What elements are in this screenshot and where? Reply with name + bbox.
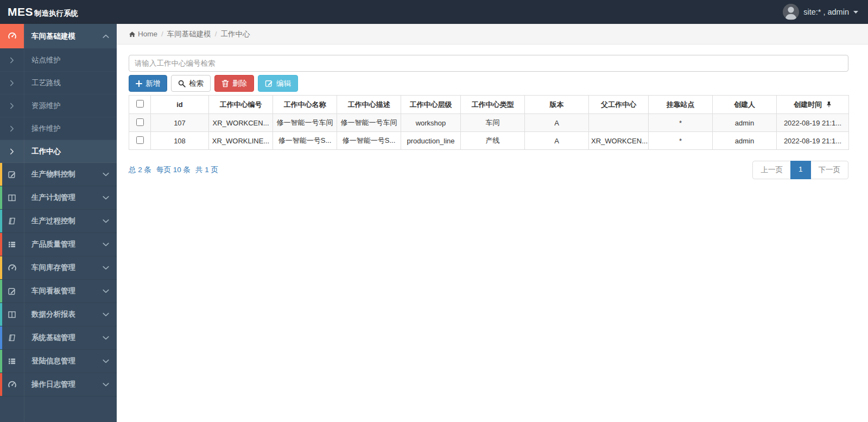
column-header-work-center-level: 工作中心层级 [401, 96, 461, 114]
pagination-summary: 总 2 条 每页 10 条 共 1 页 [129, 165, 218, 175]
column-header-work-center-desc: 工作中心描述 [337, 96, 401, 114]
table-header-row: id 工作中心编号 工作中心名称 工作中心描述 工作中心层级 工作中心类型 版本… [129, 96, 849, 114]
search-button[interactable]: 检索 [171, 75, 211, 92]
add-button[interactable]: 新增 [129, 75, 167, 92]
sidebar-item-workshop-basic-modeling[interactable]: 车间基础建模 [0, 24, 117, 49]
columns-icon [0, 193, 24, 202]
accent-strip [0, 233, 2, 256]
sidebar-item-label: 数据分析报表 [24, 310, 103, 319]
angle-right-icon [0, 148, 24, 155]
select-all-checkbox[interactable] [136, 100, 144, 108]
cell-name: 修一智能一号车间 [273, 114, 337, 132]
prev-page-button[interactable]: 上一页 [752, 161, 791, 179]
sidebar-item-product-quality-management[interactable]: 产品质量管理 [0, 233, 117, 256]
add-button-label: 新增 [145, 79, 160, 89]
edit-button[interactable]: 编辑 [258, 75, 298, 92]
search-button-label: 检索 [189, 79, 204, 89]
pagination: 上一页 1 下一页 [752, 161, 848, 179]
chevron-up-icon [103, 34, 109, 39]
breadcrumb-separator: / [161, 30, 163, 38]
sidebar-subitem-operation-maintenance[interactable]: 操作维护 [0, 117, 117, 140]
sidebar-item-production-material-control[interactable]: 生产物料控制 [0, 163, 117, 186]
cell-site: * [649, 132, 713, 150]
main-content: Home / 车间基础建模 / 工作中心 新增 检索 删除 编辑 [117, 24, 868, 422]
sidebar-subitem-work-center[interactable]: 工作中心 [0, 140, 117, 163]
work-center-table: id 工作中心编号 工作中心名称 工作中心描述 工作中心层级 工作中心类型 版本… [129, 95, 849, 150]
per-page-count: 每页 10 条 [156, 165, 191, 175]
sidebar-item-system-basic-management[interactable]: 系统基础管理 [0, 326, 117, 350]
accent-strip [0, 303, 2, 326]
gauge-icon [0, 380, 24, 389]
table-row[interactable]: 107 XR_WORKCEN... 修一智能一号车间 修一智能一号车间 work… [129, 114, 849, 132]
sidebar-item-label: 车间基础建模 [24, 32, 103, 41]
cell-level: workshop [401, 114, 461, 132]
accent-strip [0, 256, 2, 279]
sidebar-item-operation-log-management[interactable]: 操作日志管理 [0, 373, 117, 396]
accent-strip [0, 373, 2, 396]
sidebar-subitem-label: 站点维护 [24, 55, 61, 65]
row-checkbox[interactable] [136, 118, 144, 126]
sidebar-subitem-process-route[interactable]: 工艺路线 [0, 72, 117, 95]
sidebar-item-workshop-inventory-management[interactable]: 车间库存管理 [0, 256, 117, 280]
column-header-work-center-type: 工作中心类型 [461, 96, 525, 114]
sidebar-subitem-label: 工作中心 [24, 147, 61, 156]
sidebar-subitem-site-maintenance[interactable]: 站点维护 [0, 49, 117, 72]
sidebar-subitem-resource-maintenance[interactable]: 资源维护 [0, 95, 117, 117]
breadcrumb-home[interactable]: Home [138, 30, 157, 38]
cell-id: 107 [151, 114, 209, 132]
page-count: 共 1 页 [195, 165, 218, 175]
angle-right-icon [0, 80, 24, 86]
user-menu[interactable]: site:* , admin [783, 4, 858, 20]
next-page-button[interactable]: 下一页 [810, 161, 849, 179]
accent-strip [0, 326, 2, 349]
cell-create-time: 2022-08-19 21:1... [777, 114, 849, 132]
logo-sub: 制造执行系统 [34, 9, 78, 18]
sidebar-item-login-info-management[interactable]: 登陆信息管理 [0, 350, 117, 373]
delete-button[interactable]: 删除 [214, 75, 254, 92]
book-icon [0, 217, 24, 225]
sidebar-item-workshop-kanban-management[interactable]: 车间看板管理 [0, 280, 117, 303]
chevron-down-icon [103, 312, 109, 317]
trash-icon [221, 79, 229, 87]
sidebar-item-label: 车间库存管理 [24, 263, 103, 273]
app-logo[interactable]: MES 制造执行系统 [8, 5, 78, 18]
pin-icon[interactable] [826, 101, 832, 108]
cell-site: * [649, 114, 713, 132]
chevron-down-icon [103, 219, 109, 223]
column-header-version: 版本 [525, 96, 589, 114]
sidebar-subitem-label: 资源维护 [24, 101, 61, 111]
cell-type: 产线 [461, 132, 525, 150]
row-checkbox[interactable] [136, 136, 144, 144]
sidebar-item-data-analysis-report[interactable]: 数据分析报表 [0, 303, 117, 326]
cell-type: 车间 [461, 114, 525, 132]
accent-strip [0, 186, 2, 209]
accent-strip [0, 350, 2, 373]
page-1-button[interactable]: 1 [790, 161, 811, 179]
sidebar-subitem-label: 操作维护 [24, 124, 61, 134]
cell-code: XR_WORKCEN... [209, 114, 273, 132]
sidebar-item-label: 登陆信息管理 [24, 356, 103, 366]
delete-button-label: 删除 [232, 79, 247, 89]
sidebar-item-production-plan-management[interactable]: 生产计划管理 [0, 186, 117, 210]
search-input[interactable] [129, 55, 848, 72]
sidebar-subitem-label: 工艺路线 [24, 78, 61, 88]
chevron-down-icon [103, 289, 109, 293]
chevron-down-icon [103, 359, 109, 363]
cell-create-time: 2022-08-19 21:1... [777, 132, 849, 150]
search-icon [178, 80, 186, 87]
chevron-down-icon [103, 382, 109, 387]
angle-right-icon [0, 57, 24, 64]
chevron-down-icon [103, 172, 109, 177]
cell-desc: 修一智能一号S... [337, 132, 401, 150]
user-label: site:* , admin [803, 8, 849, 16]
column-header-parent-work-center: 父工作中心 [589, 96, 649, 114]
sidebar-item-production-process-control[interactable]: 生产过程控制 [0, 210, 117, 233]
cell-level: production_line [401, 132, 461, 150]
logo-main: MES [8, 5, 33, 18]
topbar: MES 制造执行系统 site:* , admin [0, 0, 868, 24]
gauge-icon [0, 263, 24, 273]
column-header-creator: 创建人 [713, 96, 777, 114]
cell-name: 修一智能一号S... [273, 132, 337, 150]
table-row[interactable]: 108 XR_WORKLINE... 修一智能一号S... 修一智能一号S...… [129, 132, 849, 150]
cell-desc: 修一智能一号车间 [337, 114, 401, 132]
